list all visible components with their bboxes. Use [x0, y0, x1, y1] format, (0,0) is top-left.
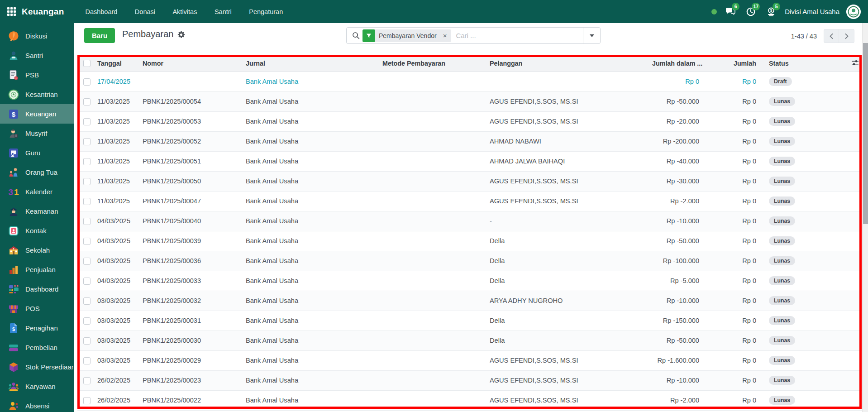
row-checkbox[interactable]: [83, 377, 91, 384]
sidebar-item-keuangan[interactable]: $ Keuangan: [0, 104, 74, 124]
row-checkbox[interactable]: [83, 238, 91, 245]
sidebar-item-sekolah[interactable]: Sekolah: [0, 240, 74, 260]
header-metode[interactable]: Metode Pembayaran: [382, 55, 490, 72]
app-brand[interactable]: Keuangan: [22, 7, 64, 17]
row-checkbox[interactable]: [83, 158, 91, 165]
sidebar-item-absensi[interactable]: Absensi: [0, 396, 74, 412]
header-status[interactable]: Status: [769, 60, 789, 67]
cell-jurnal: Bank Amal Usaha: [246, 271, 382, 291]
sidebar-item-guru[interactable]: Guru: [0, 143, 74, 163]
keuangan-icon: $: [7, 108, 19, 120]
cell-jumlah: Rp 0: [706, 311, 763, 331]
sidebar-item-karyawan[interactable]: Karyawan: [0, 377, 74, 396]
row-checkbox[interactable]: [83, 317, 91, 325]
table-row[interactable]: 03/03/2025 PBNK1/2025/00031 Bank Amal Us…: [77, 311, 865, 331]
row-checkbox[interactable]: [83, 278, 91, 285]
sidebar-item-diskusi[interactable]: Diskusi: [0, 26, 74, 46]
row-checkbox[interactable]: [83, 297, 91, 305]
search-input[interactable]: [451, 32, 583, 39]
table-row[interactable]: 11/03/2025 PBNK1/2025/00051 Bank Amal Us…: [77, 151, 865, 171]
cell-status: Lunas: [763, 370, 865, 390]
sidebar-item-santri[interactable]: Santri: [0, 46, 74, 65]
status-badge: Lunas: [769, 276, 795, 285]
row-checkbox[interactable]: [83, 98, 91, 105]
avatar[interactable]: [846, 5, 861, 19]
table-row[interactable]: 26/02/2025 PBNK1/2025/00022 Bank Amal Us…: [77, 390, 865, 410]
table-row[interactable]: 11/03/2025 PBNK1/2025/00050 Bank Amal Us…: [77, 171, 865, 191]
table-row[interactable]: 11/03/2025 PBNK1/2025/00052 Bank Amal Us…: [77, 131, 865, 151]
topbar-menu-item[interactable]: Donasi: [127, 0, 163, 23]
activities-button[interactable]: 17: [744, 5, 758, 18]
row-checkbox[interactable]: [83, 118, 91, 125]
row-checkbox[interactable]: [83, 397, 91, 404]
row-checkbox[interactable]: [83, 198, 91, 205]
search-icon: [347, 32, 362, 39]
header-nomor[interactable]: Nomor: [143, 55, 246, 72]
sidebar-item-kesantrian[interactable]: Kesantrian: [0, 85, 74, 104]
sidebar-item-kontak[interactable]: Kontak: [0, 221, 74, 240]
cell-status: Lunas: [763, 151, 865, 171]
column-settings-icon[interactable]: [851, 59, 859, 67]
table-row[interactable]: 04/03/2025 PBNK1/2025/00040 Bank Amal Us…: [77, 211, 865, 231]
cell-pelanggan: Della: [490, 331, 652, 350]
scrollbar-thumb[interactable]: [863, 43, 868, 224]
row-checkbox[interactable]: [83, 337, 91, 345]
select-all-checkbox[interactable]: [83, 60, 91, 67]
cell-status: Lunas: [763, 390, 865, 410]
sidebar-item-penjualan[interactable]: Penjualan: [0, 260, 74, 279]
search-dropdown-toggle[interactable]: [583, 28, 600, 43]
cell-jumlah-dalam: Rp -40.000: [652, 151, 706, 171]
filter-remove-icon[interactable]: ×: [440, 32, 450, 39]
row-checkbox[interactable]: [83, 357, 91, 364]
header-jumlah[interactable]: Jumlah: [706, 55, 763, 72]
sidebar-item-stok-persediaan[interactable]: Stok Persediaan: [0, 357, 74, 377]
row-checkbox[interactable]: [83, 178, 91, 185]
sidebar-item-pos[interactable]: POS: [0, 299, 74, 318]
row-checkbox[interactable]: [83, 78, 91, 86]
table-row[interactable]: 11/03/2025 PBNK1/2025/00047 Bank Amal Us…: [77, 191, 865, 211]
cell-nomor: PBNK1/2025/00053: [143, 111, 246, 131]
cell-pelanggan: AGUS EFENDI,S.SOS, MS.SI: [490, 91, 652, 111]
header-tanggal[interactable]: Tanggal: [97, 55, 143, 72]
row-checkbox[interactable]: [83, 138, 91, 145]
apps-grid-icon[interactable]: [7, 7, 16, 16]
header-jumlah-dalam[interactable]: Jumlah dalam ...: [652, 55, 706, 72]
sidebar-item-keamanan[interactable]: Keamanan: [0, 201, 74, 221]
sidebar-item-kalender[interactable]: 31 Kalender: [0, 182, 74, 201]
table-row[interactable]: 11/03/2025 PBNK1/2025/00053 Bank Amal Us…: [77, 111, 865, 131]
sidebar-item-psb[interactable]: PSB: [0, 65, 74, 85]
sidebar-item-dashboard[interactable]: Dashboard: [0, 279, 74, 299]
cell-metode: [382, 251, 490, 271]
topbar-menu-item[interactable]: Aktivitas: [165, 0, 205, 23]
table-row[interactable]: 26/02/2025 PBNK1/2025/00023 Bank Amal Us…: [77, 370, 865, 390]
gear-icon[interactable]: [177, 31, 185, 38]
table-row[interactable]: 04/03/2025 PBNK1/2025/00033 Bank Amal Us…: [77, 271, 865, 291]
table-row[interactable]: 03/03/2025 PBNK1/2025/00029 Bank Amal Us…: [77, 350, 865, 370]
cell-pelanggan: -: [490, 211, 652, 231]
sidebar-item-pembelian[interactable]: Pembelian: [0, 338, 74, 357]
header-pelanggan[interactable]: Pelanggan: [490, 55, 652, 72]
table-row[interactable]: 03/03/2025 PBNK1/2025/00032 Bank Amal Us…: [77, 291, 865, 311]
sidebar-item-musyrif[interactable]: Musyrif: [0, 124, 74, 143]
row-checkbox[interactable]: [83, 258, 91, 265]
topbar-menu-item[interactable]: Pengaturan: [241, 0, 291, 23]
table-row[interactable]: 04/03/2025 PBNK1/2025/00039 Bank Amal Us…: [77, 231, 865, 251]
table-row[interactable]: 17/04/2025 Bank Amal Usaha Rp 0 Rp 0 Dra…: [77, 72, 865, 91]
table-row[interactable]: 03/03/2025 PBNK1/2025/00030 Bank Amal Us…: [77, 331, 865, 350]
sidebar-item-orang-tua[interactable]: Orang Tua: [0, 163, 74, 182]
new-button[interactable]: Baru: [84, 28, 115, 43]
payments-button[interactable]: $ 5: [764, 5, 778, 18]
table-row[interactable]: 11/03/2025 PBNK1/2025/00054 Bank Amal Us…: [77, 91, 865, 111]
topbar-menu-item[interactable]: Santri: [207, 0, 239, 23]
topbar-menu-item[interactable]: Dashboard: [77, 0, 125, 23]
user-name[interactable]: Divisi Amal Usaha: [785, 8, 839, 15]
header-jurnal[interactable]: Jurnal: [246, 55, 382, 72]
row-checkbox[interactable]: [83, 218, 91, 225]
pager-prev-button[interactable]: [824, 29, 839, 43]
sidebar-item-penagihan[interactable]: $ Penagihan: [0, 318, 74, 338]
cell-metode: [382, 171, 490, 191]
pager-next-button[interactable]: [839, 29, 854, 43]
vertical-scrollbar[interactable]: [862, 23, 868, 412]
table-row[interactable]: 04/03/2025 PBNK1/2025/00036 Bank Amal Us…: [77, 251, 865, 271]
messages-button[interactable]: 6: [724, 5, 737, 18]
